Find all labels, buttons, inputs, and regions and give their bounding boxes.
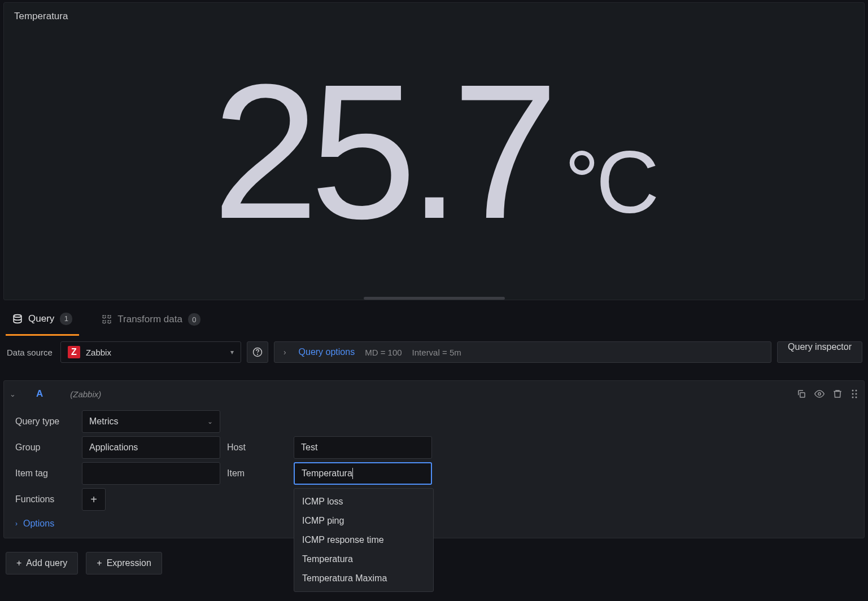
- host-value: Test: [301, 442, 317, 453]
- datasource-help-button[interactable]: [247, 341, 268, 363]
- item-dropdown: ICMP loss ICMP ping ICMP response time T…: [294, 488, 434, 592]
- add-query-label: Add query: [26, 558, 67, 568]
- group-input[interactable]: Applications: [82, 436, 220, 459]
- stat-unit: °C: [564, 132, 656, 232]
- options-label: Options: [23, 519, 54, 529]
- query-row-header[interactable]: ⌄ A (Zabbix): [4, 381, 864, 407]
- expression-label: Expression: [107, 558, 151, 568]
- add-function-button[interactable]: +: [82, 488, 106, 511]
- footer-buttons: + Add query + Expression: [0, 538, 868, 588]
- tab-query[interactable]: Query 1: [6, 307, 79, 336]
- group-label: Group: [8, 436, 82, 459]
- host-input[interactable]: Test: [294, 436, 432, 459]
- query-count-badge: 1: [60, 313, 72, 325]
- query-type-label: Query type: [8, 410, 82, 433]
- query-type-select[interactable]: Metrics ⌄: [82, 410, 220, 433]
- svg-point-2: [258, 354, 258, 354]
- tab-transform-label: Transform data: [117, 314, 182, 325]
- dropdown-item[interactable]: ICMP ping: [294, 511, 433, 530]
- dropdown-item[interactable]: ICMP loss: [294, 492, 433, 511]
- datasource-row: Data source Z Zabbix ▾ › Query options M…: [0, 334, 868, 370]
- svg-point-10: [856, 397, 857, 398]
- copy-icon[interactable]: [796, 389, 806, 399]
- item-tag-input[interactable]: [82, 462, 220, 485]
- plus-icon: +: [97, 558, 102, 568]
- query-options-interval: Interval = 5m: [412, 348, 461, 357]
- chevron-right-icon: ›: [15, 520, 18, 528]
- transform-icon: [102, 314, 112, 324]
- dropdown-item[interactable]: Temperatura: [294, 550, 433, 569]
- datasource-select[interactable]: Z Zabbix ▾: [60, 341, 241, 363]
- functions-label: Functions: [8, 488, 82, 511]
- query-row-actions: [796, 389, 858, 399]
- query-source-label: (Zabbix): [70, 389, 101, 399]
- stat-display: 25.7 °C: [4, 3, 864, 300]
- item-input[interactable]: Temperatura: [294, 462, 432, 485]
- item-value: Temperatura: [302, 468, 352, 479]
- datasource-label: Data source: [6, 348, 55, 357]
- svg-point-6: [856, 390, 857, 392]
- add-query-button[interactable]: + Add query: [6, 552, 78, 574]
- panel-title: Temperatura: [14, 11, 68, 22]
- dropdown-item[interactable]: ICMP response time: [294, 530, 433, 550]
- zabbix-logo-icon: Z: [68, 346, 80, 358]
- svg-point-5: [852, 390, 854, 392]
- transform-count-badge: 0: [188, 313, 200, 326]
- tab-query-label: Query: [28, 313, 54, 324]
- item-tag-label: Item tag: [8, 462, 82, 485]
- resize-handle[interactable]: [364, 297, 505, 300]
- query-row-body: Query type Metrics ⌄ Group Applications …: [4, 407, 864, 538]
- query-options-bar: › Query options MD = 100 Interval = 5m: [274, 341, 771, 363]
- query-type-value: Metrics: [89, 416, 119, 427]
- svg-point-9: [852, 397, 854, 398]
- svg-point-0: [14, 314, 21, 317]
- add-expression-button[interactable]: + Expression: [86, 552, 162, 574]
- tab-transform[interactable]: Transform data 0: [95, 308, 207, 335]
- chevron-down-icon: ⌄: [10, 390, 16, 398]
- trash-icon[interactable]: [832, 389, 843, 399]
- visualization-panel: Temperatura 25.7 °C: [3, 2, 865, 300]
- query-ref-id: A: [36, 388, 43, 400]
- chevron-down-icon: ⌄: [207, 418, 213, 425]
- query-inspector-button[interactable]: Query inspector: [777, 341, 862, 363]
- item-label: Item: [220, 462, 294, 485]
- dropdown-item[interactable]: Temperatura Maxima: [294, 569, 433, 588]
- query-row-a: ⌄ A (Zabbix) Query type Metrics ⌄ Group …: [3, 380, 865, 538]
- options-toggle[interactable]: › Options: [8, 514, 860, 533]
- drag-handle-icon[interactable]: [850, 389, 858, 399]
- editor-tabs: Query 1 Transform data 0: [0, 300, 868, 334]
- plus-icon: +: [16, 558, 21, 568]
- chevron-down-icon: ▾: [230, 348, 234, 356]
- query-options-md: MD = 100: [365, 348, 402, 357]
- datasource-name: Zabbix: [86, 348, 225, 357]
- stat-value: 25.7: [212, 55, 550, 247]
- svg-point-8: [856, 393, 857, 395]
- svg-rect-3: [800, 393, 805, 397]
- text-cursor: [352, 468, 353, 479]
- host-label: Host: [220, 436, 294, 459]
- eye-icon[interactable]: [814, 389, 825, 399]
- query-options-link[interactable]: Query options: [299, 347, 355, 357]
- svg-point-4: [818, 393, 821, 396]
- svg-point-7: [852, 393, 854, 395]
- group-value: Applications: [89, 442, 138, 453]
- chevron-right-icon[interactable]: ›: [283, 348, 286, 357]
- database-icon: [12, 314, 23, 324]
